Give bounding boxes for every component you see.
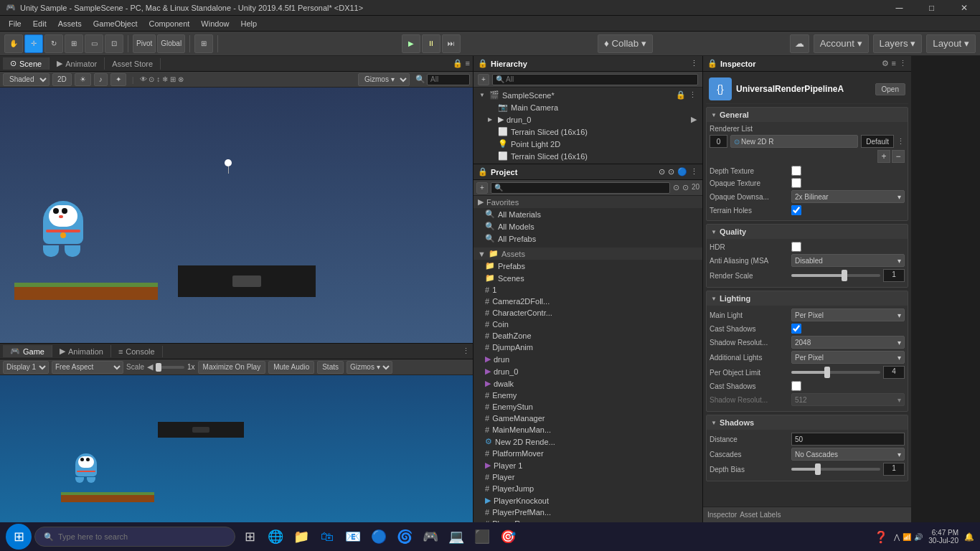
hierarchy-scene-root[interactable]: ▼ 🎬 SampleScene* 🔒 ⋮ bbox=[473, 89, 702, 101]
project-enemy[interactable]: # Enemy bbox=[473, 390, 702, 401]
favorites-all-models[interactable]: 🔍 All Models bbox=[473, 220, 702, 232]
taskbar-unity[interactable]: 🎮 bbox=[419, 525, 442, 548]
tab-animator[interactable]: ▶ Animator bbox=[50, 57, 105, 70]
stats-btn[interactable]: Stats bbox=[317, 361, 344, 374]
taskbar-help-icon[interactable]: ❓ bbox=[874, 530, 888, 544]
notification-btn[interactable]: 🔔 bbox=[964, 532, 974, 542]
tray-network[interactable]: 📶 bbox=[903, 533, 911, 541]
game-viewport[interactable] bbox=[0, 375, 473, 522]
scene-light-btn[interactable]: ☀ bbox=[75, 73, 91, 86]
start-button[interactable]: ⊞ bbox=[6, 524, 32, 550]
move-tool[interactable]: ✛ bbox=[24, 34, 43, 53]
display-dropdown[interactable]: Display 1 bbox=[3, 361, 49, 374]
gizmos-dropdown[interactable]: Gizmos ▾ bbox=[358, 73, 410, 86]
taskbar-task-view[interactable]: ⊞ bbox=[238, 525, 261, 548]
aspect-dropdown[interactable]: Free Aspect bbox=[52, 361, 123, 374]
taskbar-visualstudio[interactable]: 💻 bbox=[445, 525, 468, 548]
cloud-btn[interactable]: ☁ bbox=[790, 34, 809, 53]
project-playerknock[interactable]: ▶ PlayerKnockout bbox=[473, 494, 702, 507]
inspector-menu[interactable]: ⋮ bbox=[899, 59, 907, 68]
collab-btn[interactable]: ♦ Collab ▾ bbox=[598, 34, 653, 53]
scale-slider[interactable] bbox=[156, 366, 184, 369]
renderer-add-btn[interactable]: + bbox=[877, 150, 890, 163]
favorites-header[interactable]: ▶ Favorites bbox=[473, 196, 702, 208]
shadow-res-dropdown[interactable]: 2048 ▾ bbox=[791, 336, 905, 349]
taskbar-store[interactable]: 🛍 bbox=[316, 525, 339, 548]
project-item-1[interactable]: # 1 bbox=[473, 284, 702, 296]
scale-left-arrow[interactable]: ◀ bbox=[147, 362, 153, 372]
tray-arrow[interactable]: ⋀ bbox=[894, 533, 900, 541]
hand-tool[interactable]: ✋ bbox=[4, 34, 23, 53]
shaded-dropdown[interactable]: Shaded bbox=[3, 73, 50, 86]
cast-shadows-check[interactable] bbox=[791, 324, 801, 334]
render-scale-slider[interactable] bbox=[791, 274, 880, 277]
tab-asset-store[interactable]: Asset Store bbox=[105, 58, 161, 70]
scene-viewport[interactable] bbox=[0, 88, 473, 343]
project-prefabs[interactable]: 📁 Prefabs bbox=[473, 260, 702, 272]
per-object-slider[interactable] bbox=[791, 371, 880, 374]
project-icon3[interactable]: 🔵 bbox=[677, 167, 687, 176]
menu-window[interactable]: Window bbox=[195, 18, 235, 29]
renderer-options[interactable]: ⋮ bbox=[897, 137, 905, 146]
scene-menu-icon[interactable]: ≡ bbox=[466, 59, 470, 68]
inspector-icon1[interactable]: ⚙ bbox=[882, 59, 889, 68]
hierarchy-point-light[interactable]: 💡 Point Light 2D bbox=[473, 138, 702, 150]
game-panel-menu[interactable]: ⋮ bbox=[462, 347, 470, 356]
hierarchy-terrain2[interactable]: ⬜ Terrain Sliced (16x16) bbox=[473, 150, 702, 162]
project-platformmover[interactable]: # PlatformMover bbox=[473, 448, 702, 459]
tab-console[interactable]: ≡ Console bbox=[111, 346, 163, 357]
project-djumpanim[interactable]: # DjumpAnim bbox=[473, 342, 702, 353]
minimize-btn[interactable]: ─ bbox=[883, 0, 915, 16]
hierarchy-menu-icon[interactable]: ⋮ bbox=[690, 59, 698, 68]
project-characterctrl[interactable]: # CharacterContr... bbox=[473, 307, 702, 319]
distance-value[interactable]: 50 bbox=[791, 433, 905, 446]
project-mainmenu[interactable]: # MainMenuMan... bbox=[473, 424, 702, 435]
shadows-section-header[interactable]: ▼ Shadows bbox=[707, 415, 908, 430]
general-section-header[interactable]: ▼ General bbox=[707, 108, 908, 122]
menu-component[interactable]: Component bbox=[143, 18, 195, 29]
cast-shadows2-check[interactable] bbox=[791, 381, 801, 391]
layout-btn[interactable]: Layout ▾ bbox=[926, 34, 976, 53]
step-btn[interactable]: ⏭ bbox=[442, 34, 461, 53]
project-camera2d[interactable]: # Camera2DFoll... bbox=[473, 296, 702, 307]
lighting-section-header[interactable]: ▼ Lighting bbox=[707, 291, 908, 306]
menu-edit[interactable]: Edit bbox=[27, 18, 52, 29]
system-clock[interactable]: 6:47 PM 30-Jul-20 bbox=[928, 529, 958, 545]
hierarchy-terrain1[interactable]: ⬜ Terrain Sliced (16x16) bbox=[473, 126, 702, 138]
project-scenes[interactable]: 📁 Scenes bbox=[473, 272, 702, 284]
project-playerpref[interactable]: # PlayerPrefMan... bbox=[473, 507, 702, 518]
project-dwalk[interactable]: ▶ dwalk bbox=[473, 377, 702, 390]
cascades-dropdown[interactable]: No Cascades ▾ bbox=[791, 448, 905, 461]
aa-dropdown[interactable]: Disabled ▾ bbox=[791, 254, 905, 267]
taskbar-chrome[interactable]: 🔵 bbox=[367, 525, 390, 548]
project-gamemanager[interactable]: # GameManager bbox=[473, 413, 702, 424]
project-deathzone[interactable]: # DeathZone bbox=[473, 330, 702, 342]
main-light-dropdown[interactable]: Per Pixel ▾ bbox=[791, 309, 905, 321]
hierarchy-search[interactable] bbox=[492, 74, 698, 85]
project-icon-btn2[interactable]: ⊙ bbox=[682, 183, 689, 192]
renderer-remove-btn[interactable]: − bbox=[892, 150, 905, 163]
scale-tool[interactable]: ⊞ bbox=[65, 34, 83, 53]
project-enemystun[interactable]: # EnemyStun bbox=[473, 401, 702, 413]
project-search[interactable] bbox=[491, 182, 670, 194]
project-coin[interactable]: # Coin bbox=[473, 319, 702, 330]
menu-gameobject[interactable]: GameObject bbox=[88, 18, 143, 29]
scene-menu[interactable]: ⋮ bbox=[689, 90, 697, 100]
taskbar-explorer[interactable]: 📁 bbox=[290, 525, 313, 548]
maximize-btn[interactable]: □ bbox=[915, 0, 948, 16]
project-player[interactable]: # Player bbox=[473, 471, 702, 483]
terrain-holes-check[interactable] bbox=[791, 205, 801, 215]
transform-tool[interactable]: ⊡ bbox=[105, 34, 123, 53]
project-player1[interactable]: ▶ Player 1 bbox=[473, 459, 702, 471]
favorites-all-materials[interactable]: 🔍 All Materials bbox=[473, 208, 702, 220]
project-new2d[interactable]: ⚙ New 2D Rende... bbox=[473, 435, 702, 448]
hierarchy-main-camera[interactable]: 📷 Main Camera bbox=[473, 101, 702, 113]
taskbar-search-bar[interactable]: 🔍 bbox=[34, 527, 235, 547]
taskbar-app[interactable]: 🎯 bbox=[496, 525, 519, 548]
rect-tool[interactable]: ▭ bbox=[85, 34, 103, 53]
taskbar-edge[interactable]: 🌐 bbox=[264, 525, 287, 548]
depth-texture-check[interactable] bbox=[791, 166, 801, 176]
maximize-play-btn[interactable]: Maximize On Play bbox=[198, 361, 266, 374]
taskbar-edge2[interactable]: 🌀 bbox=[393, 525, 416, 548]
menu-assets[interactable]: Assets bbox=[52, 18, 88, 29]
